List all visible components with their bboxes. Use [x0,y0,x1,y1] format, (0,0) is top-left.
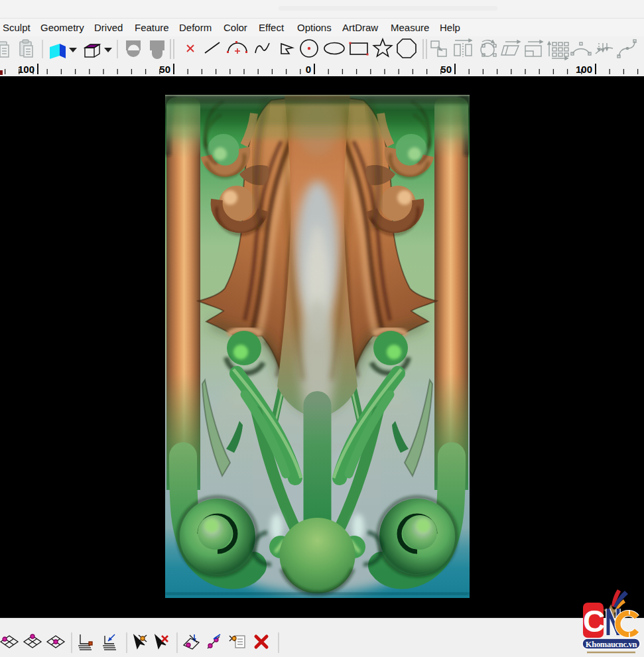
svg-text:50: 50 [159,64,170,75]
svg-text:100: 100 [18,64,34,75]
svg-text:50: 50 [440,64,452,75]
svg-text:0: 0 [306,64,311,75]
svg-text:Khomaucnc.vn: Khomaucnc.vn [586,640,637,649]
svg-text:100: 100 [576,64,592,75]
